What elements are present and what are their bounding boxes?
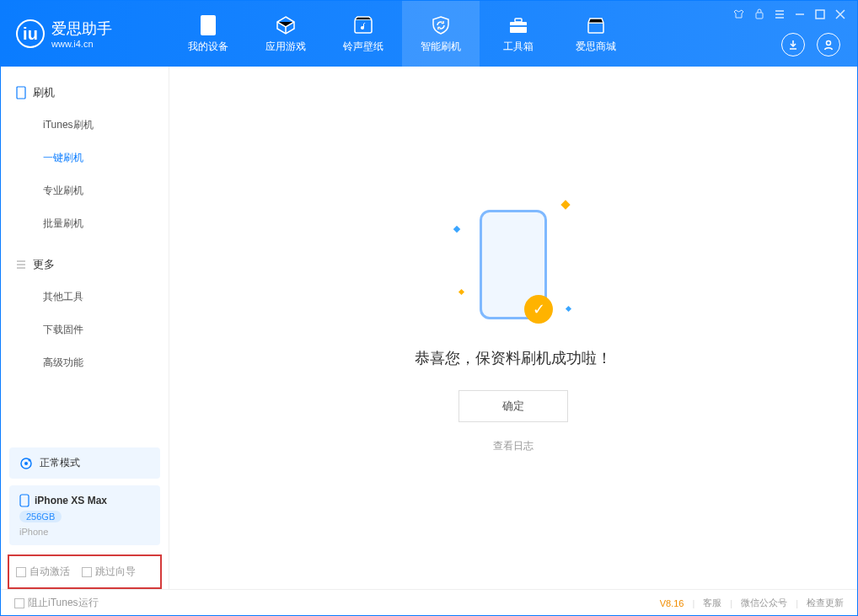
success-illustration: ✓ [480,210,547,319]
nav-apps-games[interactable]: 应用游戏 [247,1,324,67]
svg-rect-2 [510,22,527,33]
app-title: 爱思助手 [51,19,112,39]
svg-rect-7 [756,13,763,19]
user-button[interactable] [817,33,840,56]
sparkle-icon [560,200,570,209]
nav-smart-flash[interactable]: 智能刷机 [402,1,480,67]
header: iu 爱思助手 www.i4.cn 我的设备 应用游戏 铃声壁纸 智能刷机 工具… [1,1,857,67]
version-label[interactable]: V8.16 [660,598,684,608]
minimize-button[interactable] [795,8,805,23]
device-type: iPhone [19,527,150,537]
refresh-shield-icon [430,14,452,36]
svg-rect-8 [816,10,824,19]
sidebar-item-advanced[interactable]: 高级功能 [1,346,169,379]
shop-icon [585,14,607,36]
device-name: iPhone XS Max [35,495,107,506]
sidebar-item-itunes-flash[interactable]: iTunes刷机 [1,109,169,142]
header-right [781,33,840,56]
phone-graphic: ✓ [480,210,547,319]
confirm-button[interactable]: 确定 [458,390,568,422]
window-controls [733,8,845,23]
footer-link-update[interactable]: 检查更新 [807,597,844,609]
cube-icon [275,14,297,36]
checkbox-label: 阻止iTunes运行 [28,596,99,610]
shirt-icon[interactable] [733,8,744,23]
svg-rect-3 [515,19,522,22]
menu-icon[interactable] [775,8,785,23]
music-folder-icon [352,14,374,36]
auto-activate-checkbox[interactable]: 自动激活 [16,565,70,579]
nav-label: 铃声壁纸 [343,40,383,54]
svg-rect-5 [588,23,603,33]
status-icon [19,457,33,470]
list-icon [16,260,26,270]
maximize-button[interactable] [815,8,825,23]
device-mode-status[interactable]: 正常模式 [9,447,160,479]
sidebar-group-more: 更多 [1,249,169,281]
nav-ringtones[interactable]: 铃声壁纸 [324,1,402,67]
group-title: 更多 [33,257,55,272]
nav-store[interactable]: 爱思商城 [557,1,635,67]
checkbox-icon [16,567,26,577]
footer-link-support[interactable]: 客服 [703,597,721,609]
phone-icon [19,494,29,507]
device-storage-badge: 256GB [19,511,62,522]
sparkle-icon [458,289,464,295]
nav-label: 智能刷机 [421,40,461,54]
app-subtitle: www.i4.cn [51,39,112,49]
checkbox-label: 跳过向导 [95,565,136,579]
close-button[interactable] [835,8,845,23]
main-content: ✓ 恭喜您，保资料刷机成功啦！ 确定 查看日志 [169,67,857,589]
download-button[interactable] [781,33,805,56]
sidebar-item-other-tools[interactable]: 其他工具 [1,281,169,313]
phone-icon [16,86,26,99]
footer-link-wechat[interactable]: 微信公众号 [741,597,787,609]
skip-guide-checkbox[interactable]: 跳过向导 [82,565,136,579]
logo-icon: iu [16,19,45,48]
nav-label: 我的设备 [188,40,228,54]
nav-toolbox[interactable]: 工具箱 [480,1,557,67]
status-text: 正常模式 [40,456,80,470]
logo[interactable]: iu 爱思助手 www.i4.cn [1,19,169,49]
svg-rect-9 [17,87,25,99]
checkbox-icon [82,567,92,577]
view-log-link[interactable]: 查看日志 [493,439,534,453]
group-title: 刷机 [33,85,55,100]
checkbox-label: 自动激活 [29,565,70,579]
footer: 阻止iTunes运行 V8.16 | 客服 | 微信公众号 | 检查更新 [1,589,857,616]
top-nav: 我的设备 应用游戏 铃声壁纸 智能刷机 工具箱 爱思商城 [169,1,635,67]
svg-point-6 [827,41,831,46]
svg-rect-4 [510,25,527,27]
lock-icon[interactable] [754,8,764,23]
sparkle-icon [453,226,460,233]
check-badge-icon: ✓ [524,295,553,324]
sidebar-item-pro-flash[interactable]: 专业刷机 [1,174,169,207]
nav-label: 工具箱 [503,40,534,54]
sidebar-group-flash: 刷机 [1,77,169,109]
sidebar: 刷机 iTunes刷机 一键刷机 专业刷机 批量刷机 更多 其他工具 下载固件 … [1,67,169,589]
device-icon [197,14,219,36]
sidebar-item-download-firmware[interactable]: 下载固件 [1,313,169,346]
sidebar-item-batch-flash[interactable]: 批量刷机 [1,207,169,240]
svg-rect-0 [201,15,216,35]
svg-point-11 [24,462,28,465]
nav-my-device[interactable]: 我的设备 [169,1,247,67]
nav-label: 爱思商城 [576,40,616,54]
success-message: 恭喜您，保资料刷机成功啦！ [415,348,612,368]
sparkle-icon [566,306,571,312]
nav-label: 应用游戏 [265,40,306,54]
toolbox-icon [507,14,529,36]
svg-rect-13 [20,495,29,506]
svg-point-12 [29,458,31,461]
sidebar-item-oneclick-flash[interactable]: 一键刷机 [1,142,169,174]
highlighted-options-box: 自动激活 跳过向导 [8,554,162,589]
checkbox-icon [14,598,24,608]
device-card[interactable]: iPhone XS Max 256GB iPhone [9,485,160,545]
block-itunes-checkbox[interactable]: 阻止iTunes运行 [14,596,99,610]
